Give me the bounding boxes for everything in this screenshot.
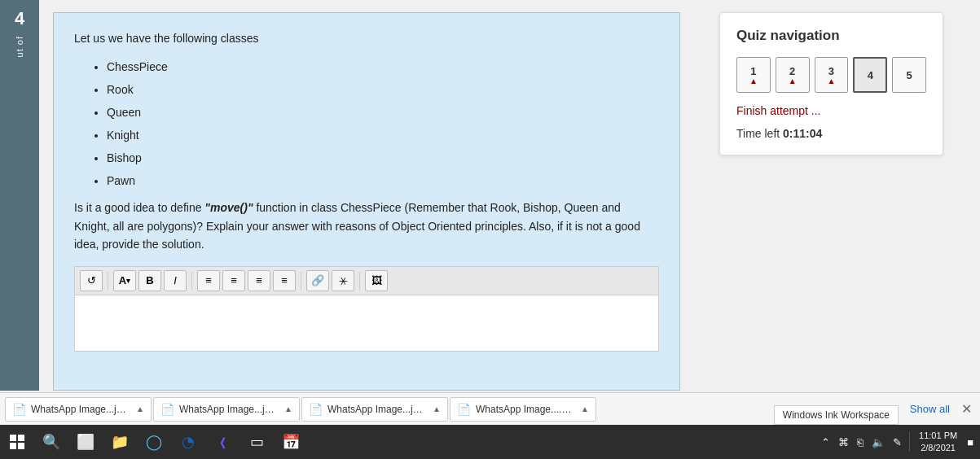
taskbar-right: ⌃ ⌘ ⎗ 🔈 ✎ 11:01 PM 2/8/2021 ■ [818, 425, 980, 459]
question-body: Is it a good idea to define "move()" fun… [74, 199, 659, 253]
edge-icon[interactable]: ◔ [171, 425, 205, 459]
svg-rect-3 [18, 443, 24, 449]
volume-icon[interactable]: 🔈 [868, 436, 888, 448]
notifications-icon[interactable]: ■ [964, 436, 977, 448]
function-name: "move()" [204, 201, 253, 214]
svg-rect-0 [10, 435, 16, 441]
file-icon-2: 📄 [309, 403, 323, 416]
align-left-button[interactable]: ≡ [248, 270, 270, 291]
unlink-button[interactable]: ⚹ [332, 270, 354, 291]
calendar-icon[interactable]: 📅 [274, 425, 308, 459]
class-list-item: Knight [107, 124, 659, 146]
undo-button[interactable]: ↺ [80, 270, 103, 291]
sep3 [301, 272, 301, 290]
download-item-0[interactable]: 📄 WhatsApp Image...jpeg ▲ [5, 397, 152, 422]
out-of-text: ut of [15, 36, 24, 57]
finish-attempt-link[interactable]: Finish attempt ... [736, 104, 926, 117]
tablet-icon[interactable]: ▭ [240, 425, 274, 459]
file-icon-0: 📄 [12, 403, 26, 416]
time-value: 0:11:04 [783, 127, 822, 140]
file-icon-3: 📄 [457, 403, 471, 416]
taskbar: 🔍 ⬜ 📁 ◯ ◔ ❬ ▭ 📅 ⌃ ⌘ ⎗ 🔈 ✎ 11:01 PM 2/8/2… [0, 425, 980, 459]
align-right-button[interactable]: ≡ [273, 270, 296, 291]
nav-btn-1[interactable]: 1▲ [736, 57, 771, 93]
nav-btn-5[interactable]: 5 [892, 57, 926, 93]
time-label: Time left [736, 127, 780, 140]
answer-input[interactable] [74, 295, 659, 352]
italic-button[interactable]: I [164, 270, 187, 291]
sep1 [108, 272, 108, 290]
file-explorer-icon[interactable]: 📁 [103, 425, 137, 459]
windows-ink-tooltip: Windows Ink Workspace [774, 405, 899, 425]
nav-btn-4[interactable]: 4 [853, 57, 887, 93]
main-content: Let us we have the following classes Che… [53, 12, 680, 391]
chevron-1: ▲ [284, 404, 292, 413]
nav-btn-2[interactable]: 2▲ [776, 57, 810, 93]
nav-btn-3[interactable]: 3▲ [815, 57, 849, 93]
question-before: Is it a good idea to define [74, 201, 204, 214]
quiz-nav-title: Quiz navigation [736, 28, 926, 44]
download-item-1[interactable]: 📄 WhatsApp Image...jpeg ▲ [153, 397, 300, 422]
clock-date: 2/8/2021 [919, 442, 957, 454]
bold-button[interactable]: B [138, 270, 161, 291]
wifi-icon[interactable]: ⌘ [835, 436, 852, 448]
download-text-3: WhatsApp Image....jpeg [476, 404, 573, 415]
font-button[interactable]: A▾ [113, 270, 136, 291]
task-view-icon[interactable]: ⬜ [68, 425, 103, 459]
pen-icon[interactable]: ✎ [890, 436, 905, 448]
file-icon-1: 📄 [160, 403, 174, 416]
link-button[interactable]: 🔗 [306, 270, 329, 291]
clock-time: 11:01 PM [919, 430, 957, 442]
svg-rect-2 [10, 443, 16, 449]
taskbar-items: 🔍 ⬜ 📁 ◯ ◔ ❬ ▭ 📅 ⌃ ⌘ ⎗ 🔈 ✎ 11:01 PM 2/8/2… [0, 425, 980, 459]
sep4 [359, 272, 360, 290]
image-button[interactable]: 🖼 [365, 270, 388, 291]
taskbar-separator [909, 432, 910, 452]
nav-buttons: 1▲2▲3▲45 [736, 57, 926, 93]
dev-icon[interactable]: ❬ [205, 425, 240, 459]
chevron-3: ▲ [581, 404, 589, 413]
network-icon[interactable]: ⎗ [854, 436, 867, 448]
svg-rect-1 [18, 435, 24, 441]
search-icon[interactable]: 🔍 [34, 425, 68, 459]
class-list-item: Rook [107, 78, 659, 101]
class-list-item: Pawn [107, 169, 659, 192]
browser-icon[interactable]: ◯ [137, 425, 171, 459]
ordered-list-button[interactable]: ≡ [222, 270, 245, 291]
unordered-list-button[interactable]: ≡ [197, 270, 220, 291]
class-list-item: ChessPiece [107, 55, 659, 78]
start-button[interactable] [0, 425, 34, 459]
chevron-0: ▲ [136, 404, 144, 413]
download-item-3[interactable]: 📄 WhatsApp Image....jpeg ▲ [450, 397, 596, 422]
class-list-item: Bishop [107, 146, 659, 169]
chevron-2: ▲ [433, 404, 441, 413]
download-text-0: WhatsApp Image...jpeg [31, 404, 128, 415]
time-left: Time left 0:11:04 [736, 127, 926, 140]
show-all-button[interactable]: Show all [903, 400, 956, 418]
class-list: ChessPieceRookQueenKnightBishopPawn [107, 55, 659, 192]
screen: 4 ut of Let us we have the following cla… [0, 0, 980, 459]
system-clock[interactable]: 11:01 PM 2/8/2021 [914, 430, 962, 455]
editor-toolbar: ↺ A▾ B I ≡ ≡ ≡ ≡ 🔗 ⚹ 🖼 [74, 266, 659, 295]
question-intro: Let us we have the following classes [74, 29, 659, 47]
close-downloads-button[interactable]: ✕ [958, 398, 975, 420]
quiz-nav-panel: Quiz navigation 1▲2▲3▲45 Finish attempt … [719, 12, 943, 155]
download-text-1: WhatsApp Image...jpeg [179, 404, 276, 415]
class-list-item: Queen [107, 101, 659, 124]
sep2 [191, 272, 192, 290]
download-item-2[interactable]: 📄 WhatsApp Image...jpeg ▲ [301, 397, 448, 422]
page-strip: 4 ut of [0, 0, 39, 391]
download-text-2: WhatsApp Image...jpeg [327, 404, 424, 415]
chevron-icon[interactable]: ⌃ [818, 436, 833, 448]
page-number: 4 [15, 8, 24, 29]
